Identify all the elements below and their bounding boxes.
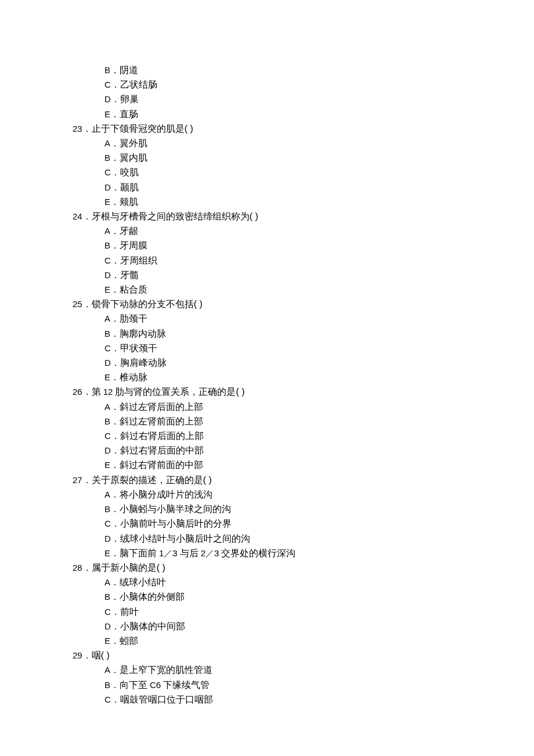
option-letter: D <box>104 621 111 631</box>
option-text: ．翼外肌 <box>110 138 147 148</box>
question-stem: 26．第 12 肋与肾的位置关系，正确的是( ) <box>73 384 464 399</box>
answer-option: B．小脑体的外侧部 <box>73 589 464 604</box>
answer-option: C．咽鼓管咽口位于口咽部 <box>73 692 464 707</box>
answer-option: D．小脑体的中间部 <box>73 619 464 633</box>
option-letter: A <box>104 402 110 412</box>
option-letter: C <box>104 694 111 704</box>
answer-blank: ( ) <box>157 563 165 573</box>
answer-option: A．肋颈干 <box>73 311 464 326</box>
option-text: ．翼内肌 <box>110 153 147 163</box>
option-letter: C <box>104 255 111 265</box>
option-letter: D <box>104 534 111 543</box>
option-text: ．咽鼓管咽口位于口咽部 <box>111 694 213 704</box>
option-text: ．甲状颈干 <box>111 343 157 353</box>
option-text: ．阴道 <box>110 65 138 75</box>
answer-option: D．胸肩峰动脉 <box>73 355 464 370</box>
question-number: 27 <box>73 475 82 485</box>
question-stem: 27．关于原裂的描述，正确的是( ) <box>73 473 464 487</box>
option-letter: A <box>104 665 110 675</box>
option-text: ．蚓部 <box>110 636 138 646</box>
option-letter: D <box>104 445 111 455</box>
question-stem: 28．属于新小脑的是( ) <box>73 560 464 575</box>
answer-option: C．小脑前叶与小脑后叶的分界 <box>73 516 464 531</box>
answer-option: A．牙龈 <box>73 224 464 238</box>
option-text: ．颞肌 <box>111 182 139 192</box>
option-text: ．牙髓 <box>111 270 139 280</box>
question-number: 23 <box>73 124 82 134</box>
fraction: 2／3 <box>201 548 219 558</box>
answer-option: A．翼外肌 <box>73 136 464 150</box>
answer-blank: ( ) <box>101 650 110 660</box>
option-text: ．小脑前叶与小脑后叶的分界 <box>111 519 232 528</box>
option-text: ．牙龈 <box>110 226 138 236</box>
answer-option: C．咬肌 <box>73 165 464 179</box>
option-letter: B <box>104 680 110 690</box>
option-text: ．胸廓内动脉 <box>110 329 166 339</box>
answer-option: C．甲状颈干 <box>73 341 464 355</box>
option-letter: E <box>104 460 110 470</box>
option-text: ．脑下面前 <box>110 548 159 558</box>
answer-option: E．颊肌 <box>73 195 464 209</box>
option-letter: B <box>104 240 110 250</box>
option-letter: D <box>104 358 111 368</box>
option-letter: B <box>104 416 110 426</box>
answer-option: E．椎动脉 <box>73 370 464 384</box>
answer-blank: ( ) <box>236 387 244 397</box>
option-letter: D <box>104 270 111 280</box>
option-text: ．前叶 <box>111 607 139 617</box>
answer-option: B．小脑蚓与小脑半球之间的沟 <box>73 502 464 516</box>
question-stem: 23．止于下颌骨冠突的肌是( ) <box>73 121 464 136</box>
answer-option: B．阴道 <box>73 63 464 77</box>
option-text: ．绒球小结叶与小脑后叶之间的沟 <box>111 534 250 543</box>
answer-option: A．斜过左肾后面的上部 <box>73 399 464 414</box>
option-letter: B <box>104 592 110 602</box>
option-letter: A <box>104 138 110 148</box>
option-letter: E <box>104 636 110 646</box>
answer-option: D．卵巢 <box>73 92 464 106</box>
option-letter: B <box>104 65 110 75</box>
option-letter: A <box>104 226 110 236</box>
question-stem: 25．锁骨下动脉的分支不包括( ) <box>73 297 464 311</box>
option-letter: C <box>104 607 111 617</box>
question-text: ．牙根与牙槽骨之间的致密结缔组织称为 <box>82 211 250 221</box>
inline-number: 12 <box>103 387 113 397</box>
answer-blank: ( ) <box>194 299 203 309</box>
answer-option: A．将小脑分成叶片的浅沟 <box>73 487 464 502</box>
answer-option: B．牙周膜 <box>73 238 464 253</box>
answer-option: B．斜过左肾前面的上部 <box>73 414 464 429</box>
option-text: ．椎动脉 <box>110 372 147 382</box>
question-number: 26 <box>73 387 82 397</box>
answer-option: C．牙周组织 <box>73 253 464 268</box>
option-text: ．斜过左肾后面的上部 <box>110 402 203 412</box>
option-letter: B <box>104 504 110 514</box>
document-page: B．阴道C．乙状结肠D．卵巢E．直肠23．止于下颌骨冠突的肌是( )A．翼外肌B… <box>0 0 534 741</box>
option-text: ．斜过右肾后面的上部 <box>111 431 204 441</box>
question-number: 25 <box>73 299 82 309</box>
option-letter: C <box>104 431 111 441</box>
question-stem: 24．牙根与牙槽骨之间的致密结缔组织称为( ) <box>73 209 464 224</box>
option-text: ．牙周组织 <box>111 255 157 265</box>
question-number: 28 <box>73 563 82 573</box>
option-text: ．肋颈干 <box>110 314 147 323</box>
option-letter: B <box>104 153 110 163</box>
question-text: ．第 <box>82 387 103 397</box>
option-letter: A <box>104 489 110 499</box>
answer-option: D．颞肌 <box>73 180 464 195</box>
answer-blank: ( ) <box>203 475 212 485</box>
answer-option: D．斜过右肾后面的中部 <box>73 443 464 458</box>
option-letter: E <box>104 197 110 207</box>
answer-option: A．是上窄下宽的肌性管道 <box>73 663 464 677</box>
option-text: ．小脑体的中间部 <box>111 621 185 631</box>
inline-code: C6 <box>150 680 161 690</box>
option-text: ．颊肌 <box>110 197 138 207</box>
answer-option: B．翼内肌 <box>73 150 464 165</box>
question-number: 29 <box>73 650 82 660</box>
option-text: ．斜过右肾前面的中部 <box>110 460 203 470</box>
answer-option: A．绒球小结叶 <box>73 575 464 589</box>
option-text: ．小脑体的外侧部 <box>110 592 185 602</box>
option-text: ．牙周膜 <box>110 240 147 250</box>
option-text: ．粘合质 <box>110 285 147 294</box>
answer-blank: ( ) <box>185 124 193 134</box>
question-text: ．属于新小脑的是 <box>82 563 157 573</box>
answer-option: C．前叶 <box>73 604 464 619</box>
